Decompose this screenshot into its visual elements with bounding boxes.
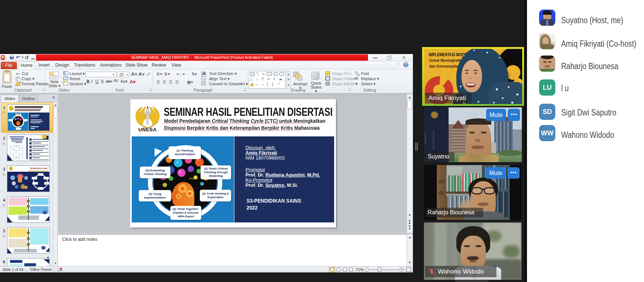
svg-text:UNESA: UNESA — [138, 127, 157, 132]
